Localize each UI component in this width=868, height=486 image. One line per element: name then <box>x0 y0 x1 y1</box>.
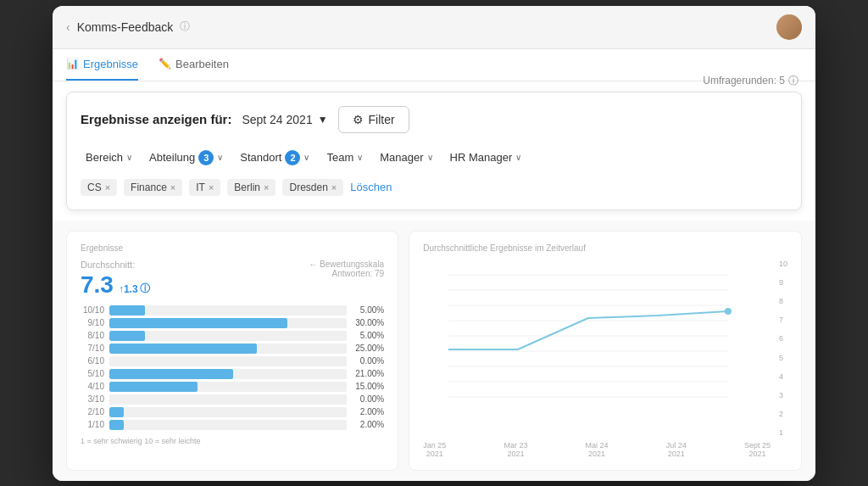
titlebar: ‹ Komms-Feedback ⓘ <box>53 6 815 49</box>
avg-value-block: 7.3 ↑1.3 ⓘ <box>81 271 150 299</box>
title-info-icon[interactable]: ⓘ <box>180 20 190 34</box>
tab-ergebnisse[interactable]: 📊 Ergebnisse <box>66 49 138 81</box>
clear-button[interactable]: Löschen <box>350 181 392 193</box>
bar-label: 9/10 <box>81 318 104 327</box>
x-label-mai: Mai 24 2021 <box>586 441 609 458</box>
answers-info: ← Bewertungsskala Antworten: 79 <box>309 260 384 278</box>
tag-it[interactable]: IT × <box>189 179 220 196</box>
bar-row: 7/10 25.00% <box>81 344 384 354</box>
tag-finance-label: Finance <box>131 182 167 193</box>
bar-pct: 2.00% <box>352 420 384 429</box>
dropdown-hrmanager[interactable]: HR Manager ∨ <box>445 148 527 167</box>
x-label-jan: Jan 25 2021 <box>423 441 446 458</box>
bar-fill <box>109 318 287 328</box>
x-label-jan-line1: Jan 25 <box>423 441 446 450</box>
bar-row: 1/10 2.00% <box>81 420 384 430</box>
line-endpoint <box>725 308 732 315</box>
y-label-3: 3 <box>779 391 787 399</box>
umfrage-info-icon[interactable]: ⓘ <box>788 74 798 88</box>
bar-track <box>109 356 347 366</box>
bar-track <box>109 394 347 405</box>
tag-berlin[interactable]: Berlin × <box>227 179 275 196</box>
date-dropdown-arrow: ▼ <box>318 114 328 126</box>
bar-row: 5/10 21.00% <box>81 369 384 379</box>
bar-row: 2/10 2.00% <box>81 407 384 417</box>
filter-row: Ergebnisse anzeigen für: Sept 24 2021 ▼ … <box>81 106 787 133</box>
tag-it-close[interactable]: × <box>209 182 214 193</box>
x-label-jan-line2: 2021 <box>423 450 446 458</box>
chart-footer: 1 = sehr schwierig 10 = sehr leichte <box>81 437 384 445</box>
x-label-mar: Mar 23 2021 <box>504 441 527 458</box>
dropdown-manager-label: Manager <box>380 151 423 164</box>
filter-button-label: Filter <box>369 113 395 126</box>
tag-berlin-close[interactable]: × <box>264 182 269 193</box>
filter-button[interactable]: ⚙ Filter <box>338 106 409 133</box>
y-label-2: 2 <box>779 410 787 418</box>
tag-dresden-close[interactable]: × <box>331 182 337 193</box>
chevron-down-icon-5: ∨ <box>427 153 433 162</box>
bar-track <box>109 344 347 354</box>
tag-cs[interactable]: CS × <box>81 179 117 196</box>
avg-block: Durchschnitt: 7.3 ↑1.3 ⓘ <box>81 260 150 299</box>
bar-fill <box>109 407 124 417</box>
standort-badge: 2 <box>285 150 300 165</box>
bar-fill <box>109 331 145 341</box>
tag-finance-close[interactable]: × <box>170 182 175 193</box>
bar-label: 3/10 <box>81 394 104 404</box>
tag-cs-close[interactable]: × <box>105 182 110 193</box>
bar-fill <box>109 344 257 354</box>
main-window: ‹ Komms-Feedback ⓘ 📊 Ergebnisse ✏️ Bearb… <box>53 6 815 481</box>
filter-panel: Ergebnisse anzeigen für: Sept 24 2021 ▼ … <box>66 92 802 210</box>
y-label-9: 9 <box>779 278 787 287</box>
bar-label: 8/10 <box>81 331 104 340</box>
bar-label: 4/10 <box>81 382 104 391</box>
bar-pct: 25.00% <box>352 344 384 353</box>
ergebnisse-icon: 📊 <box>66 58 79 70</box>
x-axis: Jan 25 2021 Mar 23 2021 Mai 24 2021 Jul … <box>423 441 787 458</box>
bar-row: 8/10 5.00% <box>81 331 384 341</box>
bar-track <box>109 331 347 341</box>
dropdown-bereich[interactable]: Bereich ∨ <box>81 148 137 167</box>
tab-ergebnisse-label: Ergebnisse <box>83 58 138 70</box>
dropdown-standort[interactable]: Standort 2 ∨ <box>235 147 314 169</box>
tags-row: CS × Finance × IT × Berlin × Dresden × L… <box>81 179 787 196</box>
y-label-6: 6 <box>779 334 787 343</box>
x-label-sept-line1: Sept 25 <box>744 441 771 450</box>
back-button[interactable]: ‹ <box>66 20 70 34</box>
tag-dresden-label: Dresden <box>289 182 327 193</box>
y-label-1: 1 <box>779 428 787 437</box>
tag-it-label: IT <box>196 182 205 193</box>
dropdown-team[interactable]: Team ∨ <box>321 148 368 167</box>
x-label-mar-line1: Mar 23 <box>504 441 527 450</box>
avatar[interactable] <box>776 14 802 40</box>
dropdown-abteilung-label: Abteilung <box>149 151 195 164</box>
tag-finance[interactable]: Finance × <box>124 179 182 196</box>
tab-bearbeiten[interactable]: ✏️ Bearbeiten <box>159 49 229 81</box>
x-label-mar-line2: 2021 <box>504 450 527 458</box>
answers-label: Antworten: 79 <box>309 269 384 278</box>
bar-fill <box>109 382 198 392</box>
x-label-sept-line2: 2021 <box>744 450 771 458</box>
avg-change-value: ↑1.3 <box>119 283 138 295</box>
dropdown-manager[interactable]: Manager ∨ <box>375 148 437 167</box>
abteilung-badge: 3 <box>198 150 214 165</box>
avg-change-icon: ⓘ <box>140 282 150 296</box>
chevron-down-icon-4: ∨ <box>357 153 363 162</box>
chevron-down-icon: ∨ <box>126 153 132 162</box>
bar-pct: 0.00% <box>352 356 384 366</box>
dropdown-standort-label: Standort <box>240 151 281 164</box>
line-chart-svg <box>423 260 771 412</box>
bar-chart-rows: 10/10 5.00% 9/10 30.00% 8/10 5.00% 7/10 … <box>81 305 384 430</box>
date-selector[interactable]: Sept 24 2021 ▼ <box>242 113 327 126</box>
tag-dresden[interactable]: Dresden × <box>282 179 343 196</box>
bar-label: 5/10 <box>81 369 104 378</box>
umfrage-info: Umfragerunden: 5 ⓘ <box>703 74 798 88</box>
dropdown-row: Bereich ∨ Abteilung 3 ∨ Standort 2 ∨ Tea… <box>81 147 787 169</box>
dropdown-abteilung[interactable]: Abteilung 3 ∨ <box>144 147 228 169</box>
bar-pct: 5.00% <box>352 305 384 315</box>
bar-row: 10/10 5.00% <box>81 305 384 316</box>
bar-track <box>109 318 347 328</box>
bar-pct: 30.00% <box>352 318 384 327</box>
x-label-jul: Jul 24 2021 <box>666 441 687 458</box>
avg-label: Durchschnitt: <box>81 260 150 270</box>
